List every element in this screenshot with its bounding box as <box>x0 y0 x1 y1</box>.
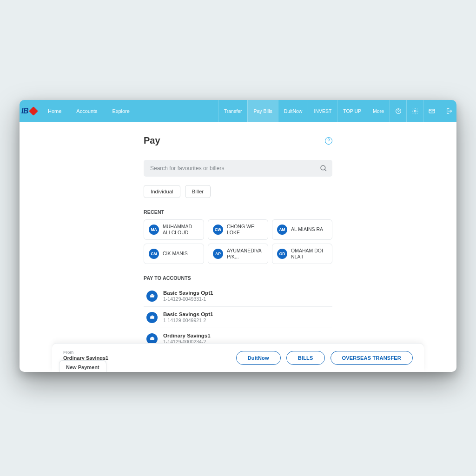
new-payment-tab[interactable]: New Payment <box>59 360 106 372</box>
avatar: CM <box>149 249 159 259</box>
account-row[interactable]: Basic Savings Opt1 1-14129-0049331-1 <box>144 285 332 307</box>
search-input[interactable] <box>144 160 332 177</box>
account-name: Basic Savings Opt1 <box>163 290 213 296</box>
recent-name: AL MIAINS RA <box>291 226 323 232</box>
duitnow-button[interactable]: DuitNow <box>236 351 281 365</box>
avatar: CW <box>213 225 223 235</box>
accounts-list: Basic Savings Opt1 1-14129-0049331-1 Bas… <box>144 285 332 349</box>
from-account-name: Ordinary Savings1 <box>63 355 108 361</box>
page-title: Pay <box>144 135 160 146</box>
pay-to-accounts-label: PAY TO ACCOUNTS <box>144 275 332 281</box>
tab-duitnow[interactable]: DuitNow <box>278 100 308 122</box>
overseas-transfer-button[interactable]: OVERSEAS TRANSFER <box>331 351 413 365</box>
account-row[interactable]: Basic Savings Opt1 1-14129-0049921-2 <box>144 307 332 328</box>
nav-explore[interactable]: Explore <box>105 100 137 122</box>
account-icon <box>146 291 158 302</box>
recent-name: MUHAMMAD ALI CLOUD <box>163 224 199 236</box>
recent-name: CIK MANIS <box>163 251 188 257</box>
account-number: 1-14129-0049331-1 <box>163 296 213 302</box>
diamond-icon <box>29 106 38 116</box>
recent-name: AYUMANEDIVA P/K... <box>227 248 263 260</box>
nav-accounts[interactable]: Accounts <box>69 100 105 122</box>
recent-name: CHONG WEI LOKE <box>227 224 263 236</box>
nav-home[interactable]: Home <box>40 100 69 122</box>
tab-invest[interactable]: INVEST <box>308 100 337 122</box>
svg-point-2 <box>414 110 416 112</box>
brand-logo[interactable]: IB <box>20 100 40 122</box>
bottom-actions: DuitNow BILLS OVERSEAS TRANSFER <box>236 351 413 365</box>
top-navbar: IB Home Accounts Explore Transfer Pay Bi… <box>20 100 456 122</box>
main-area: Pay ? Individual Biller RECENT MA MUHAMM… <box>20 122 456 372</box>
from-label: From <box>63 350 108 355</box>
svg-line-5 <box>324 169 326 171</box>
account-icon <box>146 333 158 344</box>
svg-point-1 <box>398 113 398 113</box>
logout-icon[interactable] <box>440 100 456 122</box>
avatar: AM <box>277 225 287 235</box>
app-window: IB Home Accounts Explore Transfer Pay Bi… <box>20 100 456 372</box>
settings-icon[interactable] <box>406 100 423 122</box>
avatar: AP <box>213 249 223 259</box>
recent-card[interactable]: AM AL MIAINS RA <box>272 219 332 240</box>
account-name: Ordinary Savings1 <box>163 333 211 338</box>
avatar: MA <box>149 225 159 235</box>
tab-transfer[interactable]: Transfer <box>218 100 248 122</box>
recent-name: OMAHAM DOI NLA I <box>291 248 327 260</box>
bottom-panel: From Ordinary Savings1 MYR 11.03 DuitNow… <box>52 343 424 372</box>
svg-point-4 <box>321 165 325 170</box>
bills-button[interactable]: BILLS <box>286 351 325 365</box>
filter-individual[interactable]: Individual <box>144 185 180 198</box>
avatar: OD <box>277 249 287 259</box>
account-number: 1-14129-0049921-2 <box>163 317 213 323</box>
search-wrap <box>144 160 332 177</box>
account-text: Basic Savings Opt1 1-14129-0049921-2 <box>163 311 213 323</box>
brand-text: IB <box>21 107 28 115</box>
recent-card[interactable]: CW CHONG WEI LOKE <box>208 219 268 240</box>
page-title-row: Pay ? <box>144 135 332 146</box>
recent-card[interactable]: OD OMAHAM DOI NLA I <box>272 244 332 264</box>
filter-row: Individual Biller <box>144 185 332 198</box>
recent-section-label: RECENT <box>144 209 332 215</box>
tab-pay-bills[interactable]: Pay Bills <box>247 100 278 122</box>
content-column: Pay ? Individual Biller RECENT MA MUHAMM… <box>144 135 332 357</box>
search-icon[interactable] <box>319 164 328 172</box>
tab-more[interactable]: More <box>367 100 390 122</box>
recent-card[interactable]: MA MUHAMMAD ALI CLOUD <box>144 219 204 240</box>
nav-left-group: Home Accounts Explore <box>40 100 137 122</box>
tab-topup[interactable]: TOP UP <box>337 100 367 122</box>
inbox-icon[interactable] <box>423 100 440 122</box>
nav-right-group: Transfer Pay Bills DuitNow INVEST TOP UP… <box>218 100 456 122</box>
help-icon[interactable]: ? <box>325 137 332 145</box>
recent-grid: MA MUHAMMAD ALI CLOUD CW CHONG WEI LOKE … <box>144 219 332 264</box>
account-name: Basic Savings Opt1 <box>163 311 213 317</box>
recent-card[interactable]: CM CIK MANIS <box>144 244 204 264</box>
account-icon <box>146 312 158 323</box>
account-text: Basic Savings Opt1 1-14129-0049331-1 <box>163 290 213 302</box>
filter-biller[interactable]: Biller <box>185 185 211 198</box>
recent-card[interactable]: AP AYUMANEDIVA P/K... <box>208 244 268 264</box>
support-icon[interactable] <box>390 100 406 122</box>
